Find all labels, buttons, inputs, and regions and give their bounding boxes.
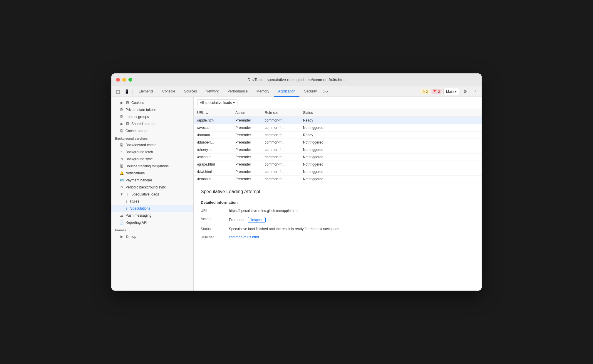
sidebar-item-top[interactable]: ▶ 🗋 top (111, 233, 193, 240)
expand-icon: ▶ (120, 122, 124, 126)
sidebar-item-speculative-loads[interactable]: ▼ ↕ Speculative loads (111, 191, 193, 198)
table-row[interactable]: /avocad... Prerender common-fr... Not tr… (194, 124, 482, 132)
main-target-dropdown[interactable]: Main ▾ (443, 88, 459, 95)
cell-action: Prerender (232, 132, 261, 139)
cell-status: Not triggered (299, 176, 482, 183)
sidebar-item-notifications[interactable]: 🔔 Notifications (111, 170, 193, 177)
tab-network[interactable]: Network (202, 86, 223, 97)
more-options-icon[interactable]: ⋮ (471, 87, 479, 96)
sidebar-item-cache-storage[interactable]: 🗄 Cache storage (111, 127, 193, 134)
sidebar-item-speculations[interactable]: ↕ Speculations (111, 205, 193, 212)
col-url[interactable]: URL ▲ (194, 109, 232, 117)
speculations-table-container: URL ▲ Action Rule set Status /apple.html… (194, 109, 482, 183)
sidebar-item-push-messaging[interactable]: ☁ Push messaging (111, 212, 193, 219)
cell-action: Prerender (232, 161, 261, 168)
sidebar-label: Periodic background sync (125, 185, 166, 189)
tab-memory[interactable]: Memory (252, 86, 273, 97)
url-value: https://speculative-rules.glitch.me/appl… (229, 209, 475, 213)
cell-url: /kiwi.html (194, 168, 232, 176)
cell-ruleset: common-fr... (261, 154, 299, 161)
cell-url: /apple.html (194, 117, 232, 124)
tab-application[interactable]: Application (274, 86, 299, 97)
cell-ruleset: common-fr... (261, 117, 299, 124)
device-mode-icon[interactable]: 📱 (123, 87, 131, 96)
sidebar-label: Shared storage (131, 122, 155, 126)
sidebar-label: Private state tokens (125, 108, 156, 112)
action-value: Prerender Inspect (229, 217, 475, 223)
sidebar-label: Cache storage (125, 129, 148, 133)
col-status[interactable]: Status (299, 109, 482, 117)
sidebar-item-payment-handler[interactable]: 🪪 Payment handler (111, 177, 193, 184)
table-row[interactable]: /blueberr... Prerender common-fr... Not … (194, 139, 482, 146)
table-row[interactable]: /cherry.h... Prerender common-fr... Not … (194, 146, 482, 154)
sidebar-item-private-state-tokens[interactable]: 🗄 Private state tokens (111, 106, 193, 113)
database-icon: 🗄 (120, 164, 124, 168)
warn-count: 2 (426, 90, 428, 93)
sidebar-item-background-sync[interactable]: ↻ Background sync (111, 156, 193, 163)
table-row[interactable]: /coconut... Prerender common-fr... Not t… (194, 154, 482, 161)
arrows-icon: ↕ (125, 192, 130, 196)
more-tabs-icon[interactable]: >> (321, 87, 330, 96)
devtools-toolbar: ⬚ 📱 Elements Console Sources Network Per… (111, 86, 482, 97)
maximize-button[interactable] (128, 78, 132, 82)
sort-icon: ▲ (206, 112, 208, 114)
cell-ruleset: common-fr... (261, 124, 299, 132)
table-row[interactable]: /grape.html Prerender common-fr... Not t… (194, 161, 482, 168)
sidebar-label: Notifications (125, 171, 145, 175)
col-action[interactable]: Action (232, 109, 261, 117)
detail-action-row: Action Prerender Inspect (201, 217, 475, 223)
main-target-label: Main (446, 90, 454, 94)
database-icon: 🗄 (125, 122, 130, 126)
card-icon: 🪪 (120, 178, 124, 182)
sidebar-item-rules[interactable]: ↕ Rules (111, 198, 193, 205)
tab-sources[interactable]: Sources (180, 86, 201, 97)
minimize-button[interactable] (122, 78, 126, 82)
ruleset-link[interactable]: common-fruits.html (229, 235, 475, 239)
database-icon: 🗄 (120, 115, 124, 119)
sidebar-label: Cookies (131, 101, 144, 105)
cell-url: /avocad... (194, 124, 232, 132)
cell-status: Not triggered (299, 139, 482, 146)
table-row[interactable]: /lemon.h... Prerender common-fr... Not t… (194, 176, 482, 183)
inspect-element-icon[interactable]: ⬚ (114, 87, 122, 96)
inspect-button[interactable]: Inspect (248, 217, 266, 223)
error-badge[interactable]: 🚩 2 (431, 89, 442, 94)
col-ruleset[interactable]: Rule set (261, 109, 299, 117)
sidebar-item-cookies[interactable]: ▶ 🗄 Cookies (111, 99, 193, 106)
sidebar-item-interest-groups[interactable]: 🗄 Interest groups (111, 113, 193, 120)
detail-panel: Speculative Loading Attempt Detailed inf… (194, 183, 482, 249)
sidebar-label: Bounce tracking mitigations (125, 164, 169, 168)
cell-ruleset: common-fr... (261, 139, 299, 146)
sidebar-item-bounce-tracking[interactable]: 🗄 Bounce tracking mitigations (111, 163, 193, 170)
table-row[interactable]: /kiwi.html Prerender common-fr... Not tr… (194, 168, 482, 176)
sidebar-label: Background sync (125, 157, 153, 161)
sidebar-item-periodic-bg-sync[interactable]: ↻ Periodic background sync (111, 184, 193, 191)
cell-status: Not triggered (299, 168, 482, 176)
cloud-icon: ☁ (120, 213, 124, 218)
settings-icon[interactable]: ⚙ (461, 87, 469, 96)
collapse-icon: ▼ (120, 192, 124, 196)
chevron-down-icon: ▾ (233, 101, 235, 105)
arrows-icon: ↕ (124, 206, 128, 210)
tab-elements[interactable]: Elements (135, 86, 158, 97)
cell-action: Prerender (232, 117, 261, 124)
err-count: 2 (438, 90, 440, 93)
sidebar-item-background-fetch[interactable]: ↕ Background fetch (111, 149, 193, 156)
table-row[interactable]: /apple.html Prerender common-fr... Ready (194, 117, 482, 124)
sidebar-item-back-forward-cache[interactable]: 🗄 Back/forward cache (111, 141, 193, 149)
database-icon: 🗄 (120, 143, 124, 147)
tab-performance[interactable]: Performance (223, 86, 252, 97)
cell-status: Not triggered (299, 146, 482, 154)
tab-security[interactable]: Security (300, 86, 321, 97)
sidebar-label: Push messaging (125, 213, 152, 218)
cell-url: /coconut... (194, 154, 232, 161)
warning-badge[interactable]: ⚠ 2 (421, 89, 430, 94)
tab-console[interactable]: Console (158, 86, 179, 97)
sidebar-item-reporting-api[interactable]: 📄 Reporting API (111, 219, 193, 226)
close-button[interactable] (116, 78, 120, 82)
cell-status: Not triggered (299, 124, 482, 132)
sidebar-item-shared-storage[interactable]: ▶ 🗄 Shared storage (111, 120, 193, 127)
filter-dropdown[interactable]: All speculative loads ▾ (197, 99, 237, 106)
filter-label: All speculative loads (200, 101, 232, 105)
table-row[interactable]: /banana.... Prerender common-fr... Ready (194, 132, 482, 139)
